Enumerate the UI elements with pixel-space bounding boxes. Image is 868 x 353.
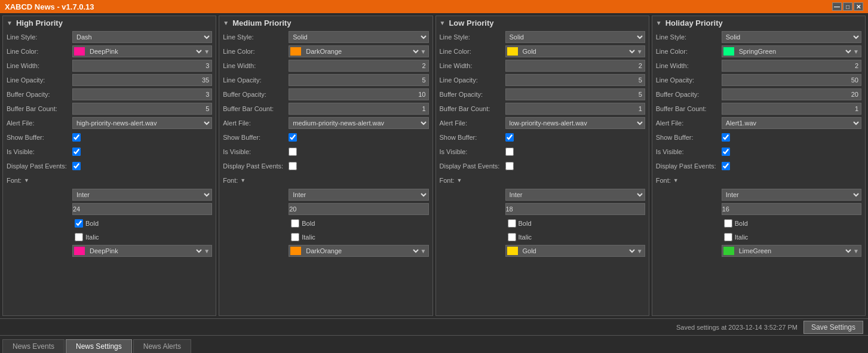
line-style-label-holiday: Line Style: (656, 33, 722, 41)
is-visible-checkbox-holiday[interactable] (722, 148, 730, 156)
buffer-bar-count-input-holiday[interactable] (722, 103, 861, 115)
font-color-chevron-holiday: ▼ (853, 248, 861, 254)
font-color-select-low[interactable]: DeepPinkGoldDarkOrangeSpringGreenLimeGre… (519, 245, 637, 257)
font-size-input-high[interactable] (72, 203, 212, 215)
panel-medium: ▼ Medium Priority Line Style: SolidDashD… (219, 16, 433, 316)
alert-file-select-holiday[interactable]: high-priority-news-alert.wavmedium-prior… (722, 117, 861, 129)
bold-row-low: Bold (440, 217, 645, 229)
restore-button[interactable]: □ (843, 2, 852, 11)
collapse-icon-high[interactable]: ▼ (7, 20, 13, 26)
italic-checkbox-medium[interactable] (291, 233, 299, 241)
line-width-label-low: Line Width: (440, 62, 505, 69)
font-color-select-holiday[interactable]: DeepPinkGoldDarkOrangeSpringGreenLimeGre… (735, 245, 853, 257)
line-color-select-low[interactable]: DeepPinkGoldDarkOrangeSpringGreenLimeGre… (519, 45, 637, 57)
line-color-select-medium[interactable]: DeepPinkGoldDarkOrangeSpringGreenLimeGre… (302, 45, 420, 57)
line-style-select-medium[interactable]: SolidDashDot (289, 31, 428, 43)
italic-checkbox-high[interactable] (75, 233, 83, 241)
alert-file-label-medium: Alert File: (223, 119, 289, 127)
line-opacity-input-medium[interactable] (289, 74, 428, 86)
line-width-input-high[interactable] (72, 60, 212, 72)
line-style-select-high[interactable]: SolidDashDot (72, 31, 212, 43)
font-size-input-holiday[interactable] (722, 203, 861, 215)
display-past-events-checkbox-high[interactable] (72, 162, 81, 170)
font-size-input-medium[interactable] (289, 203, 428, 215)
window-controls: — □ ✕ (832, 2, 863, 11)
line-width-input-holiday[interactable] (722, 60, 861, 72)
collapse-icon-low[interactable]: ▼ (440, 20, 446, 26)
bold-checkbox-medium[interactable] (291, 219, 299, 228)
is-visible-checkbox-low[interactable] (505, 148, 514, 156)
tab-settings[interactable]: News Settings (66, 339, 132, 353)
bold-checkbox-low[interactable] (508, 219, 516, 228)
line-color-swatch-low (507, 47, 518, 56)
font-color-row-low: DeepPinkGoldDarkOrangeSpringGreenLimeGre… (440, 245, 645, 257)
line-width-input-medium[interactable] (289, 60, 428, 72)
is-visible-checkbox-medium[interactable] (289, 148, 297, 156)
font-family-select-medium[interactable]: InterArialHelvetica (289, 189, 428, 201)
buffer-bar-count-input-low[interactable] (505, 103, 645, 115)
is-visible-checkbox-high[interactable] (72, 148, 81, 156)
font-color-row-holiday: DeepPinkGoldDarkOrangeSpringGreenLimeGre… (656, 245, 861, 257)
buffer-opacity-input-high[interactable] (72, 88, 212, 100)
line-width-input-low[interactable] (505, 60, 645, 72)
tab-events[interactable]: News Events (2, 339, 65, 353)
buffer-opacity-input-low[interactable] (505, 88, 645, 100)
buffer-bar-count-input-high[interactable] (72, 103, 212, 115)
display-past-events-row-low: Display Past Events: (440, 160, 645, 172)
line-color-wrapper-low: DeepPinkGoldDarkOrangeSpringGreenLimeGre… (505, 45, 645, 57)
status-bar: Saved settings at 2023-12-14 3:52:27 PM … (0, 318, 868, 335)
alert-file-select-high[interactable]: high-priority-news-alert.wavmedium-prior… (72, 117, 212, 129)
buffer-bar-count-input-medium[interactable] (289, 103, 428, 115)
line-opacity-input-high[interactable] (72, 74, 212, 86)
show-buffer-checkbox-high[interactable] (72, 133, 81, 142)
show-buffer-row-high: Show Buffer: (7, 131, 212, 143)
line-color-swatch-medium (290, 47, 301, 56)
buffer-bar-count-row-low: Buffer Bar Count: (440, 103, 645, 115)
font-family-select-holiday[interactable]: InterArialHelvetica (722, 189, 861, 201)
buffer-opacity-label-low: Buffer Opacity: (440, 91, 505, 98)
font-color-select-medium[interactable]: DeepPinkGoldDarkOrangeSpringGreenLimeGre… (302, 245, 420, 257)
line-opacity-input-low[interactable] (505, 74, 645, 86)
italic-checkbox-holiday[interactable] (724, 233, 732, 241)
show-buffer-checkbox-holiday[interactable] (722, 133, 730, 142)
font-color-select-high[interactable]: DeepPinkGoldDarkOrangeSpringGreenLimeGre… (86, 245, 204, 257)
bold-label-low: Bold (519, 220, 532, 227)
font-color-swatch-holiday (723, 247, 734, 255)
collapse-icon-medium[interactable]: ▼ (223, 20, 229, 26)
bold-row-holiday: Bold (656, 217, 861, 229)
alert-file-select-low[interactable]: high-priority-news-alert.wavmedium-prior… (505, 117, 645, 129)
panel-header-low: ▼ Low Priority (440, 19, 645, 27)
line-color-row-high: Line Color: DeepPinkGoldDarkOrangeSpring… (7, 45, 212, 57)
italic-label-holiday: Italic (735, 234, 749, 241)
line-style-select-holiday[interactable]: SolidDashDot (722, 31, 861, 43)
close-button[interactable]: ✕ (854, 2, 863, 11)
font-size-input-low[interactable] (505, 203, 645, 215)
italic-checkbox-low[interactable] (508, 233, 516, 241)
bold-checkbox-holiday[interactable] (724, 219, 732, 228)
display-past-events-checkbox-low[interactable] (505, 162, 514, 170)
bold-checkbox-high[interactable] (75, 219, 83, 228)
font-family-select-high[interactable]: InterArialHelvetica (72, 189, 212, 201)
minimize-button[interactable]: — (832, 2, 842, 11)
collapse-icon-holiday[interactable]: ▼ (656, 20, 662, 26)
line-style-select-low[interactable]: SolidDashDot (505, 31, 645, 43)
line-color-row-medium: Line Color: DeepPinkGoldDarkOrangeSpring… (223, 45, 428, 57)
line-opacity-input-holiday[interactable] (722, 74, 861, 86)
save-settings-button[interactable]: Save Settings (803, 321, 863, 334)
italic-label-medium: Italic (302, 234, 315, 241)
line-style-row-holiday: Line Style: SolidDashDot (656, 31, 861, 43)
buffer-opacity-input-holiday[interactable] (722, 88, 861, 100)
buffer-opacity-input-medium[interactable] (289, 88, 428, 100)
show-buffer-checkbox-medium[interactable] (289, 133, 297, 142)
line-color-select-holiday[interactable]: DeepPinkGoldDarkOrangeSpringGreenLimeGre… (735, 45, 853, 57)
is-visible-row-low: Is Visible: (440, 146, 645, 158)
show-buffer-checkbox-low[interactable] (505, 133, 514, 142)
is-visible-label-holiday: Is Visible: (656, 148, 722, 155)
alert-file-select-medium[interactable]: high-priority-news-alert.wavmedium-prior… (289, 117, 428, 129)
line-color-select-high[interactable]: DeepPinkGoldDarkOrangeSpringGreenLimeGre… (86, 45, 204, 57)
buffer-opacity-label-high: Buffer Opacity: (7, 91, 72, 98)
display-past-events-checkbox-medium[interactable] (289, 162, 297, 170)
tab-alerts[interactable]: News Alerts (133, 339, 191, 353)
display-past-events-checkbox-holiday[interactable] (722, 162, 730, 170)
font-family-select-low[interactable]: InterArialHelvetica (505, 189, 645, 201)
